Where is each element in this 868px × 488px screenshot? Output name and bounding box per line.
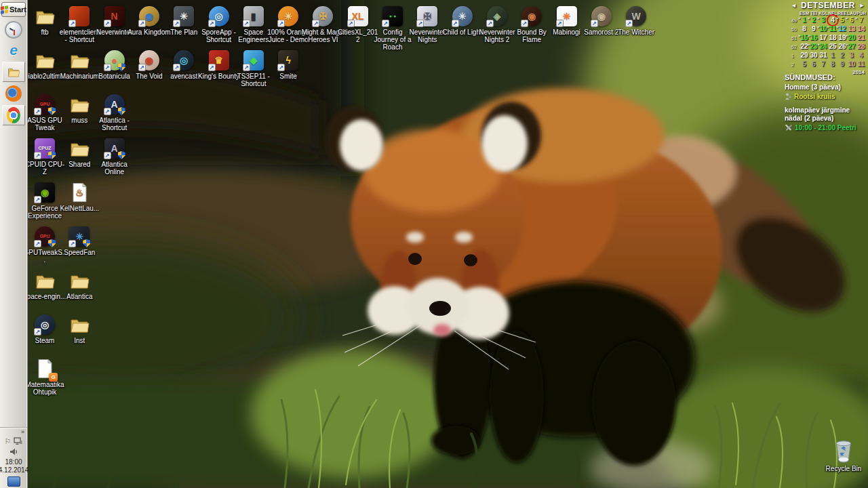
app-glyph [68,270,90,291]
desktop-icon-recycle-bin[interactable]: Recycle Bin [822,439,865,472]
icon-art: ϟ ↗ [277,49,299,71]
calendar-day-30[interactable]: ×30 [809,52,818,60]
desktop-icon-kelnettlau[interactable]: ♨ KelNettLau... [58,182,101,212]
icon-art: ✠ ↗ [416,5,438,27]
calendar-day-9[interactable]: ×9 [837,60,847,68]
calendar-day-25[interactable]: ×25 [828,43,837,51]
calendar-day-20[interactable]: ×20 [847,34,856,42]
icon-art: G [34,358,56,380]
explorer-folder-window-button[interactable] [2,62,25,82]
icon-art: ✳ ↗ [173,5,195,27]
firefox-icon[interactable] [4,85,23,102]
icon-art: XL ↗ [347,5,369,27]
shortcut-arrow-icon: ↗ [243,20,250,27]
volume-icon[interactable] [9,448,18,455]
shortcut-arrow-icon: ↗ [382,20,389,27]
internet-explorer-icon[interactable]: e [4,41,23,59]
app-glyph [68,94,90,115]
calendar-day-8[interactable]: ×8 [828,60,837,68]
icon-art: ▮ ↗ [243,5,264,27]
icon-art: ♛ ↗ [208,49,230,71]
chrome-window-button[interactable] [2,105,25,125]
shortcut-arrow-icon: ↗ [591,20,598,27]
icon-art [34,270,56,291]
icon-art [68,138,90,159]
icon-label: The Witcher [614,28,658,36]
calendar-day-3[interactable]: ×3 [847,52,856,60]
notification-area: » ⚐ 18:00 4.12.2014 [0,427,27,488]
tools-icon [785,124,793,131]
icon-art: A ↗ [104,138,125,159]
calendar-day-4[interactable]: ×4 [856,52,866,60]
icon-art [34,49,56,71]
calendar-day-17[interactable]: ×17 [818,34,828,42]
desktop-icon-smite[interactable]: ϟ ↗ Smite [267,49,310,80]
calendar-day-13[interactable]: ×13 [847,25,856,33]
shortcut-arrow-icon: ↗ [104,64,111,71]
shortcut-arrow-icon: ↗ [556,20,564,27]
icon-label: Inst [58,337,101,344]
event-when: Homme (3 päeva) [785,83,866,92]
windows-logo-icon [1,5,8,14]
calendar-day-14[interactable]: ×14 [856,25,866,33]
shortcut-arrow-icon: ↗ [173,64,180,71]
shortcut-arrow-icon: ↗ [486,20,494,27]
calendar-next-button[interactable]: ► [859,2,866,9]
calendar-day-6[interactable]: ×6 [809,60,818,68]
calendar-day-1[interactable]: ×1 [828,52,837,60]
shortcut-arrow-icon: ↗ [104,20,111,27]
shortcut-arrow-icon: ↗ [138,64,146,71]
icon-art: ● ● ↗ [382,5,403,27]
icon-art: ✳ ↗ [556,5,578,27]
desktop-icon-atlantica-online[interactable]: A ↗ Atlantica Online [93,138,136,176]
action-center-flag-icon[interactable]: ⚐ [5,437,12,445]
icon-art: W ↗ [625,5,647,27]
icon-label: Matemaatika Ohtupik [23,381,66,396]
calendar-day-29[interactable]: ×29 [800,52,809,60]
shortcut-arrow-icon: ↗ [104,152,111,159]
icon-art: GPU ↗ [34,94,56,115]
calendar-prev-button[interactable]: ◄ [790,2,797,9]
icon-art: A ↗ [104,94,125,115]
icon-art: ◆ ↗ [243,49,264,71]
start-button[interactable]: Start [1,2,26,17]
shortcut-arrow-icon: ↗ [34,108,41,115]
calendar-day-10[interactable]: ×10 [847,60,856,68]
calendar-day-27[interactable]: ×27 [847,43,856,51]
desktop-icon-inst[interactable]: Inst [58,314,101,344]
desktop-icon-atlantica-shortcut[interactable]: A ↗ Atlantica - Shortcut [93,94,136,131]
desktop-icon-matemaatika-ohtupik[interactable]: G Matemaatika Ohtupik [23,358,66,396]
desktop-icon-the-witcher[interactable]: W ↗ The Witcher [614,5,658,36]
calendar-day-21[interactable]: ×21 [856,34,866,42]
icon-art [68,49,90,71]
desktop-icon-atlantica[interactable]: Atlantica [58,270,101,300]
calendar-day-24[interactable]: ×24 [818,43,828,51]
calendar-day-18[interactable]: ×18 [828,34,837,42]
calendar-day-7[interactable]: ×7 [818,60,828,68]
calendar-month-title: DETSEMBER [801,1,855,10]
icon-art: N ↗ [104,5,125,27]
calendar-day-31[interactable]: ×31 [818,52,828,60]
calendar-grid: ESMTEIKOLNELREELAUPÜH49×1×2×3×4×5×6×750×… [790,11,866,68]
show-desktop-button[interactable] [7,476,20,487]
folder-icon [7,64,20,80]
calendar-day-2[interactable]: ×2 [837,52,847,60]
tray-expand-button[interactable]: » [21,429,24,435]
icon-art: ◎ ↗ [34,314,56,336]
network-icon[interactable] [14,437,22,445]
icon-art: ◉ ↗ [34,182,56,203]
app-glyph [68,138,90,159]
tray-clock[interactable]: 18:00 4.12.2014 [0,458,28,474]
icon-art: ♨ [68,182,90,203]
calendar-day-5[interactable]: ×5 [800,60,809,68]
gadgets-clock-icon[interactable] [4,21,23,39]
icon-label: KelNettLau... [58,205,101,212]
icon-label: SpeedFan [58,249,101,256]
desktop-icon-speedfan[interactable]: ✳ ↗ SpeedFan [58,226,101,256]
chrome-icon [7,107,20,123]
calendar-week-number: 50 [791,27,800,32]
calendar-day-28[interactable]: ×28 [856,43,866,51]
tray-time: 18:00 [0,458,28,466]
calendar-day-7[interactable]: ×7 [856,16,866,24]
calendar-day-11[interactable]: ×11 [856,60,866,68]
